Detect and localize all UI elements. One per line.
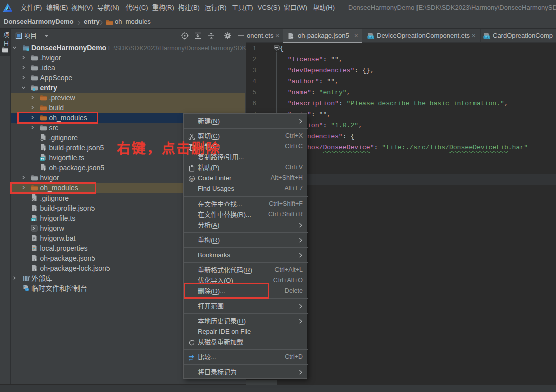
svg-text:TS: TS [32, 218, 35, 221]
svg-text:ETS: ETS [369, 36, 373, 39]
svg-text:ETS: ETS [485, 36, 489, 39]
svg-text:TS: TS [40, 158, 44, 161]
svg-text:@: @ [190, 176, 194, 181]
